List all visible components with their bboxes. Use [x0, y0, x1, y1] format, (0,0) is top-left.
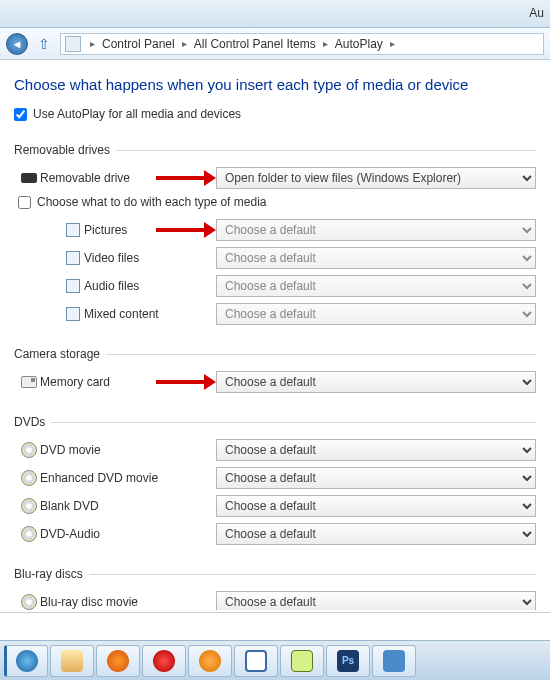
taskbar-photoshop[interactable]: Ps	[326, 645, 370, 677]
mixed-select[interactable]: Choose a default	[216, 303, 536, 325]
address-breadcrumb[interactable]: ▸ Control Panel ▸ All Control Panel Item…	[60, 33, 544, 55]
breadcrumb-item[interactable]: AutoPlay	[333, 37, 385, 51]
photoshop-icon: Ps	[337, 650, 359, 672]
chevron-right-icon: ▸	[385, 38, 400, 49]
use-autoplay-all-row: Use AutoPlay for all media and devices	[14, 107, 536, 121]
section-legend: Removable drives	[14, 143, 116, 157]
taskbar: Ps	[0, 640, 550, 680]
chevron-right-icon: ▸	[177, 38, 192, 49]
use-autoplay-all-checkbox[interactable]	[14, 108, 27, 121]
removable-drive-select[interactable]: Open folder to view files (Windows Explo…	[216, 167, 536, 189]
red-arrow-icon	[156, 222, 216, 238]
pictures-select[interactable]: Choose a default	[216, 219, 536, 241]
word-icon	[245, 650, 267, 672]
video-icon	[66, 251, 80, 265]
dvd-label: Enhanced DVD movie	[40, 471, 216, 485]
taskbar-control-panel[interactable]	[372, 645, 416, 677]
wmp-icon	[199, 650, 221, 672]
section-removable-drives: Removable drives Removable drive Open fo…	[14, 143, 536, 329]
pictures-icon	[66, 223, 80, 237]
audio-select[interactable]: Choose a default	[216, 275, 536, 297]
window-titlebar: Au	[0, 0, 550, 28]
media-type-label: Mixed content	[84, 307, 216, 321]
choose-each-type-label: Choose what to do with each type of medi…	[37, 195, 266, 209]
control-panel-icon	[383, 650, 405, 672]
taskbar-opera[interactable]	[142, 645, 186, 677]
section-legend: DVDs	[14, 415, 51, 429]
chevron-right-icon: ▸	[318, 38, 333, 49]
use-autoplay-all-label: Use AutoPlay for all media and devices	[33, 107, 241, 121]
red-arrow-icon	[156, 170, 216, 186]
disc-icon	[21, 470, 37, 486]
nav-toolbar: ◄ ⇧ ▸ Control Panel ▸ All Control Panel …	[0, 28, 550, 60]
up-button[interactable]: ⇧	[34, 34, 54, 54]
audio-icon	[66, 279, 80, 293]
taskbar-explorer[interactable]	[50, 645, 94, 677]
page-title: Choose what happens when you insert each…	[14, 76, 536, 93]
mixed-icon	[66, 307, 80, 321]
firefox-icon	[107, 650, 129, 672]
bluray-label: Blu-ray disc movie	[40, 595, 216, 609]
drive-icon	[21, 173, 37, 183]
disc-icon	[21, 526, 37, 542]
dvd-label: Blank DVD	[40, 499, 216, 513]
divider	[0, 612, 550, 613]
taskbar-word[interactable]	[234, 645, 278, 677]
back-button[interactable]: ◄	[6, 33, 28, 55]
dvd-label: DVD movie	[40, 443, 216, 457]
disc-icon	[21, 594, 37, 610]
taskbar-firefox[interactable]	[96, 645, 140, 677]
location-icon	[65, 36, 81, 52]
taskbar-ie[interactable]	[4, 645, 48, 677]
title-partial: Au	[529, 6, 544, 20]
bluray-movie-select[interactable]: Choose a default	[216, 591, 536, 610]
content-area: Choose what happens when you insert each…	[0, 60, 550, 610]
enhanced-dvd-select[interactable]: Choose a default	[216, 467, 536, 489]
memory-card-select[interactable]: Choose a default	[216, 371, 536, 393]
taskbar-dreamweaver[interactable]	[280, 645, 324, 677]
section-camera-storage: Camera storage Memory card Choose a defa…	[14, 347, 536, 397]
choose-each-type-checkbox[interactable]	[18, 196, 31, 209]
section-legend: Camera storage	[14, 347, 106, 361]
opera-icon	[153, 650, 175, 672]
media-type-label: Video files	[84, 251, 216, 265]
taskbar-media-player[interactable]	[188, 645, 232, 677]
blank-dvd-select[interactable]: Choose a default	[216, 495, 536, 517]
section-legend: Blu-ray discs	[14, 567, 89, 581]
video-select[interactable]: Choose a default	[216, 247, 536, 269]
breadcrumb-item[interactable]: Control Panel	[100, 37, 177, 51]
section-bluray: Blu-ray discs Blu-ray disc movie Choose …	[14, 567, 536, 610]
section-dvds: DVDs DVD movie Choose a default Enhanced…	[14, 415, 536, 549]
dvd-label: DVD-Audio	[40, 527, 216, 541]
folder-icon	[61, 650, 83, 672]
red-arrow-icon	[156, 374, 216, 390]
media-type-label: Audio files	[84, 279, 216, 293]
dvd-audio-select[interactable]: Choose a default	[216, 523, 536, 545]
chevron-right-icon: ▸	[85, 38, 100, 49]
dvd-movie-select[interactable]: Choose a default	[216, 439, 536, 461]
disc-icon	[21, 498, 37, 514]
breadcrumb-item[interactable]: All Control Panel Items	[192, 37, 318, 51]
dreamweaver-icon	[291, 650, 313, 672]
disc-icon	[21, 442, 37, 458]
memory-card-icon	[21, 376, 37, 388]
ie-icon	[16, 650, 38, 672]
